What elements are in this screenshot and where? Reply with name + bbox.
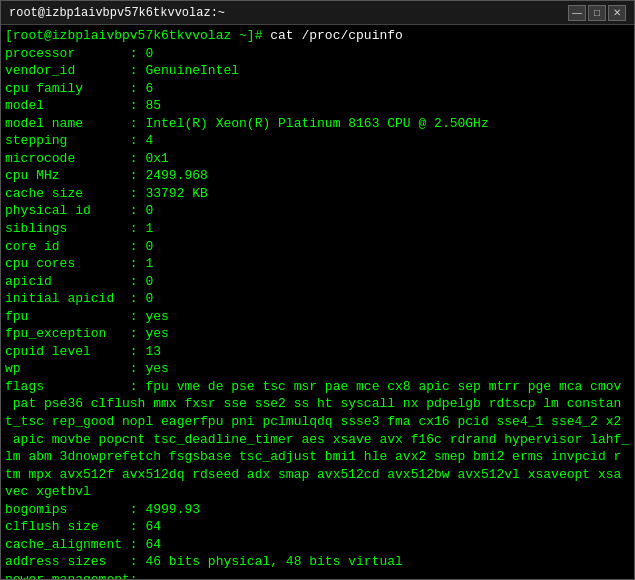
prompt-line: [root@izbplaivbpv57k6tkvvolaz ~]# [5, 28, 270, 43]
output-line: apic movbe popcnt tsc_deadline_timer aes… [5, 432, 629, 447]
output-line: wp : yes [5, 361, 169, 376]
close-button[interactable]: ✕ [608, 5, 626, 21]
output-line: microcode : 0x1 [5, 151, 169, 166]
output-line: tm mpx avx512f avx512dq rdseed adx smap … [5, 467, 621, 482]
output-line: stepping : 4 [5, 133, 153, 148]
output-line: cpuid level : 13 [5, 344, 161, 359]
output-line: bogomips : 4999.93 [5, 502, 200, 517]
output-line: model : 85 [5, 98, 161, 113]
output-line: fpu : yes [5, 309, 169, 324]
terminal-window: root@izbp1aivbpv57k6tkvvolaz:~ — □ ✕ [ro… [0, 0, 635, 580]
output-line: pat pse36 clflush mmx fxsr sse sse2 ss h… [5, 396, 621, 411]
output-line: initial apicid : 0 [5, 291, 153, 306]
output-line: cache_alignment : 64 [5, 537, 161, 552]
title-bar-left: root@izbp1aivbpv57k6tkvvolaz:~ [9, 6, 225, 20]
output-line: power management: [5, 572, 138, 579]
output-line: physical id : 0 [5, 203, 153, 218]
output-line: processor : 0 [5, 46, 153, 61]
output-line: cpu family : 6 [5, 81, 153, 96]
terminal-output[interactable]: [root@izbplaivbpv57k6tkvvolaz ~]# cat /p… [1, 25, 634, 579]
output-line: t_tsc rep_good nopl eagerfpu pni pclmulq… [5, 414, 621, 429]
output-line: cpu MHz : 2499.968 [5, 168, 208, 183]
output-line: model name : Intel(R) Xeon(R) Platinum 8… [5, 116, 489, 131]
output-line: vendor_id : GenuineIntel [5, 63, 239, 78]
output-line: lm abm 3dnowprefetch fsgsbase tsc_adjust… [5, 449, 621, 464]
output-line: cpu cores : 1 [5, 256, 153, 271]
command-text: cat /proc/cpuinfo [270, 28, 403, 43]
title-bar-controls: — □ ✕ [568, 5, 626, 21]
output-line: siblings : 1 [5, 221, 153, 236]
output-line: core id : 0 [5, 239, 153, 254]
output-line: address sizes : 46 bits physical, 48 bit… [5, 554, 403, 569]
minimize-button[interactable]: — [568, 5, 586, 21]
output-line: clflush size : 64 [5, 519, 161, 534]
output-line: fpu_exception : yes [5, 326, 169, 341]
output-line: cache size : 33792 KB [5, 186, 208, 201]
output-line: apicid : 0 [5, 274, 153, 289]
output-line: vec xgetbvl [5, 484, 91, 499]
maximize-button[interactable]: □ [588, 5, 606, 21]
output-line: flags : fpu vme de pse tsc msr pae mce c… [5, 379, 621, 394]
title-bar: root@izbp1aivbpv57k6tkvvolaz:~ — □ ✕ [1, 1, 634, 25]
title-text: root@izbp1aivbpv57k6tkvvolaz:~ [9, 6, 225, 20]
